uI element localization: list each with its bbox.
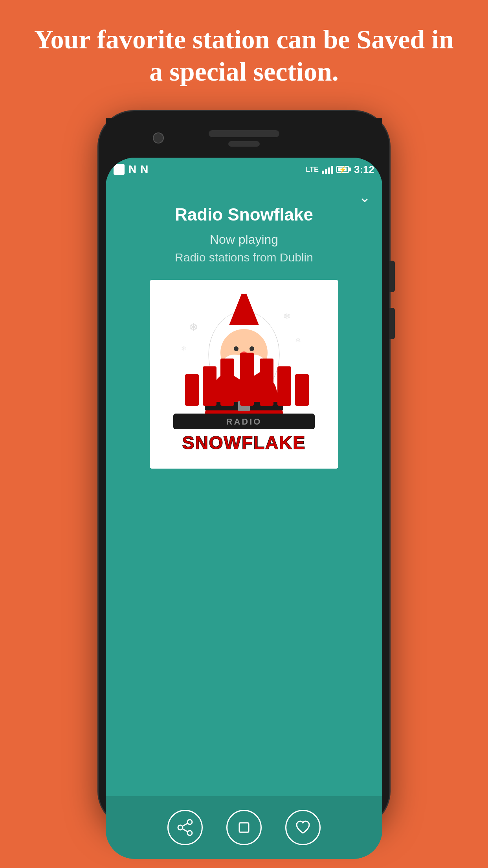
svg-text:❄: ❄	[189, 321, 198, 333]
signal-bars	[322, 165, 333, 174]
svg-rect-18	[220, 359, 234, 406]
speaker-top	[209, 130, 279, 137]
svg-point-7	[250, 346, 254, 351]
battery-body: ⚡	[336, 166, 349, 173]
chevron-down-icon[interactable]: ⌄	[359, 189, 371, 206]
phone-mockup: N N LTE ⚡	[0, 103, 488, 827]
svg-point-30	[187, 820, 192, 824]
svg-text:❄: ❄	[295, 337, 301, 344]
status-n2-icon: N	[140, 163, 148, 176]
favorite-icon	[294, 818, 312, 837]
share-button[interactable]	[167, 810, 203, 845]
bottom-nav	[106, 796, 382, 859]
favorite-button[interactable]	[285, 810, 321, 845]
battery-lightning-icon: ⚡	[339, 166, 347, 173]
svg-rect-21	[277, 366, 291, 406]
svg-line-34	[182, 829, 188, 832]
svg-rect-22	[295, 374, 309, 406]
battery-icon: ⚡	[336, 166, 351, 173]
signal-bar-4	[331, 166, 333, 174]
camera	[153, 132, 164, 143]
app-content: ⌄ Radio Snowflake Now playing Radio stat…	[106, 181, 382, 796]
battery-tip	[349, 167, 351, 171]
phone-screen: N N LTE ⚡	[106, 158, 382, 859]
promo-text: Your favorite station can be Saved in a …	[0, 0, 488, 103]
svg-point-31	[178, 825, 183, 830]
status-time: 3:12	[354, 164, 374, 176]
svg-text:❄: ❄	[181, 345, 186, 352]
svg-point-6	[234, 346, 238, 351]
station-logo: RADIO SNOWFLAKE ❄ ❄ ❄ ❄	[150, 280, 338, 469]
svg-rect-17	[203, 366, 216, 406]
speaker-bottom	[228, 141, 260, 147]
svg-point-4	[238, 283, 250, 294]
status-left: N N	[114, 163, 148, 176]
station-location: Radio stations from Dublin	[175, 251, 313, 264]
svg-rect-16	[185, 374, 199, 406]
lte-badge: LTE	[306, 166, 319, 174]
svg-text:RADIO: RADIO	[226, 417, 262, 427]
stop-icon	[235, 818, 253, 837]
signal-bar-2	[325, 169, 327, 174]
status-bar: N N LTE ⚡	[106, 158, 382, 181]
share-icon	[176, 818, 194, 837]
status-right: LTE ⚡ 3:12	[306, 164, 374, 176]
signal-bar-3	[328, 167, 330, 174]
svg-rect-35	[239, 823, 249, 832]
album-art: RADIO SNOWFLAKE ❄ ❄ ❄ ❄	[150, 280, 338, 469]
signal-bar-1	[322, 171, 324, 174]
status-square-icon	[114, 164, 125, 175]
svg-rect-19	[240, 353, 254, 406]
phone-outer: N N LTE ⚡	[99, 111, 389, 827]
phone-top-bar	[106, 118, 382, 158]
svg-line-33	[182, 823, 188, 826]
now-playing-label: Now playing	[210, 232, 278, 247]
stop-button[interactable]	[226, 810, 262, 845]
svg-point-32	[187, 831, 192, 835]
svg-rect-20	[260, 359, 273, 406]
station-name: Radio Snowflake	[175, 205, 313, 224]
svg-text:❄: ❄	[283, 311, 290, 321]
status-n1-icon: N	[128, 163, 136, 176]
svg-text:SNOWFLAKE: SNOWFLAKE	[182, 432, 306, 453]
